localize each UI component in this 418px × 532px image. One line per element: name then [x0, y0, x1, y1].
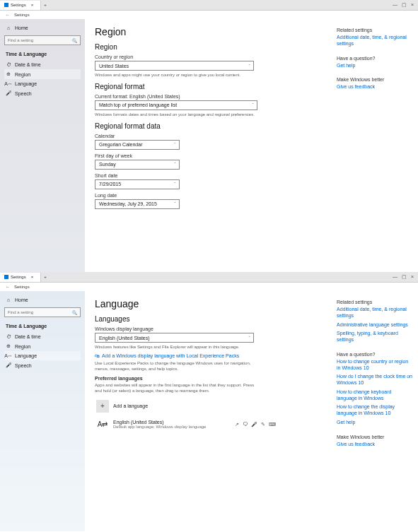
share-icon: ↗: [235, 422, 240, 427]
sidebar-item-speech[interactable]: 🎤 Speech: [4, 88, 81, 98]
country-dropdown[interactable]: United States ˅: [95, 61, 254, 71]
subbar-title: Settings: [14, 285, 30, 289]
globe-icon: ⊕: [6, 71, 11, 77]
minimize-icon[interactable]: —: [393, 274, 397, 280]
maximize-icon[interactable]: ▢: [402, 2, 407, 8]
add-language-button[interactable]: + Add a language: [95, 397, 327, 415]
dropdown-value: United States: [99, 64, 129, 69]
display-language-label: Windows display language: [95, 326, 327, 331]
sidebar-item-date-time[interactable]: ⏱ Date & time: [4, 332, 81, 341]
keyboard-icon: ⌨: [269, 422, 277, 427]
related-link[interactable]: Spelling, typing, & keyboard settings: [337, 331, 412, 343]
display-language-dropdown[interactable]: English (United States) ˅: [95, 333, 254, 343]
window-close-icon[interactable]: ×: [411, 2, 414, 8]
search-icon: 🔍: [72, 38, 77, 43]
sidebar-item-label: Date & time: [15, 62, 41, 67]
sidebar-item-region[interactable]: ⊕ Region: [4, 341, 81, 351]
help-link[interactable]: How to change the display language in Wi…: [337, 404, 412, 417]
plus-icon: +: [96, 400, 109, 413]
search-input[interactable]: 🔍: [4, 35, 81, 45]
sidebar-item-region[interactable]: ⊕ Region: [4, 69, 81, 79]
titlebar: Settings × + — ▢ ×: [0, 272, 418, 283]
tab-close-icon[interactable]: ×: [28, 3, 37, 7]
sidebar-item-language[interactable]: A↔ Language: [4, 79, 81, 88]
tts-icon: 🗨: [243, 422, 249, 427]
back-icon[interactable]: ←: [6, 285, 10, 289]
related-settings-head: Related settings: [337, 28, 412, 32]
country-label: Country or region: [95, 54, 327, 59]
mic-icon: 🎤: [6, 362, 11, 368]
language-glyph-icon: A⇄: [96, 418, 109, 431]
shortdate-dropdown[interactable]: 7/29/2015 ˅: [95, 179, 180, 189]
sidebar-item-label: Home: [15, 25, 28, 30]
tab-settings[interactable]: Settings ×: [0, 273, 41, 282]
sidebar-item-date-time[interactable]: ⏱ Date & time: [4, 60, 81, 69]
feedback-link[interactable]: Give us feedback: [337, 84, 412, 90]
sidebar-item-label: Region: [15, 72, 30, 77]
related-link[interactable]: Additional date, time, & regional settin…: [337, 307, 412, 319]
subbar: ← Settings: [0, 283, 418, 291]
right-rail: Related settings Additional date, time, …: [337, 291, 418, 531]
preferred-languages-head: Preferred languages: [95, 376, 327, 381]
sidebar: ⌂ Home 🔍 Time & Language ⏱ Date & time ⊕…: [0, 291, 85, 531]
minimize-icon[interactable]: —: [393, 2, 397, 8]
link-text: Add a Windows display language with Loca…: [102, 353, 239, 358]
sidebar-item-language[interactable]: A↔ Language: [4, 351, 81, 360]
related-link[interactable]: Administrative language settings: [337, 322, 412, 329]
tab-settings[interactable]: Settings ×: [0, 1, 41, 10]
section-regional-format-data: Regional format data: [95, 122, 327, 130]
get-help-link[interactable]: Get help: [337, 63, 412, 69]
firstday-label: First day of week: [95, 153, 327, 158]
feedback-link[interactable]: Give us feedback: [337, 442, 412, 448]
home-icon: ⌂: [6, 25, 11, 30]
calendar-dropdown[interactable]: Gregorian Calendar ˅: [95, 140, 180, 150]
home-icon: ⌂: [6, 297, 11, 302]
curfmt-desc: Windows formats dates and times based on…: [95, 112, 257, 118]
search-input[interactable]: 🔍: [4, 307, 81, 317]
language-name: English (United States): [113, 420, 206, 425]
better-head: Make Windows better: [337, 77, 412, 82]
shortdate-label: Short date: [95, 173, 327, 178]
language-item-english[interactable]: A⇄ English (United States) Default app l…: [95, 415, 279, 434]
sidebar-item-label: Language: [15, 81, 37, 86]
tab-close-icon[interactable]: ×: [28, 275, 37, 279]
handwriting-icon: ✎: [261, 422, 267, 427]
chevron-down-icon: ˅: [174, 142, 176, 147]
section-languages: Languages: [95, 315, 327, 323]
maximize-icon[interactable]: ▢: [402, 274, 407, 280]
related-link[interactable]: Additional date, time, & regional settin…: [337, 35, 412, 47]
chevron-down-icon: ˅: [248, 64, 250, 69]
clock-icon: ⏱: [6, 334, 11, 339]
chevron-down-icon: ˅: [248, 336, 250, 341]
chevron-down-icon: ˅: [174, 162, 176, 167]
firstday-dropdown[interactable]: Sunday ˅: [95, 160, 180, 170]
back-icon[interactable]: ←: [6, 13, 10, 17]
help-link[interactable]: How to change keyboard language in Windo…: [337, 389, 412, 402]
new-tab-icon[interactable]: +: [41, 275, 50, 279]
sidebar-item-label: Home: [15, 297, 28, 302]
sidebar-item-label: Language: [15, 353, 37, 358]
curfmt-label: Current format: English (United States): [95, 94, 327, 99]
chevron-down-icon: ˅: [252, 102, 254, 107]
settings-tab-icon: [4, 3, 8, 7]
longdate-dropdown[interactable]: Wednesday, July 29, 2015 ˅: [95, 199, 180, 209]
sidebar-category: Time & Language: [4, 321, 81, 331]
search-field[interactable]: [8, 310, 72, 314]
help-link[interactable]: How do I change the clock time on Window…: [337, 374, 412, 386]
new-tab-icon[interactable]: +: [41, 3, 50, 7]
sidebar-item-home[interactable]: ⌂ Home: [4, 23, 81, 32]
sidebar-item-home[interactable]: ⌂ Home: [4, 295, 81, 305]
add-display-language-link[interactable]: 🛍 Add a Windows display language with Lo…: [95, 353, 327, 358]
sidebar-item-speech[interactable]: 🎤 Speech: [4, 360, 81, 370]
search-field[interactable]: [8, 38, 72, 42]
language-icon: A↔: [6, 81, 11, 86]
window-close-icon[interactable]: ×: [411, 274, 414, 280]
get-help-link[interactable]: Get help: [337, 420, 412, 426]
dropdown-value: Match top of preferred language list: [99, 102, 177, 107]
clock-icon: ⏱: [6, 62, 11, 67]
regional-format-dropdown[interactable]: Match top of preferred language list ˅: [95, 100, 257, 110]
display-language-desc: Windows features like Settings and File …: [95, 345, 257, 350]
subbar: ← Settings: [0, 11, 418, 19]
sidebar-category-label: Time & Language: [6, 324, 47, 329]
help-link[interactable]: How to change country or region in Windo…: [337, 359, 412, 372]
